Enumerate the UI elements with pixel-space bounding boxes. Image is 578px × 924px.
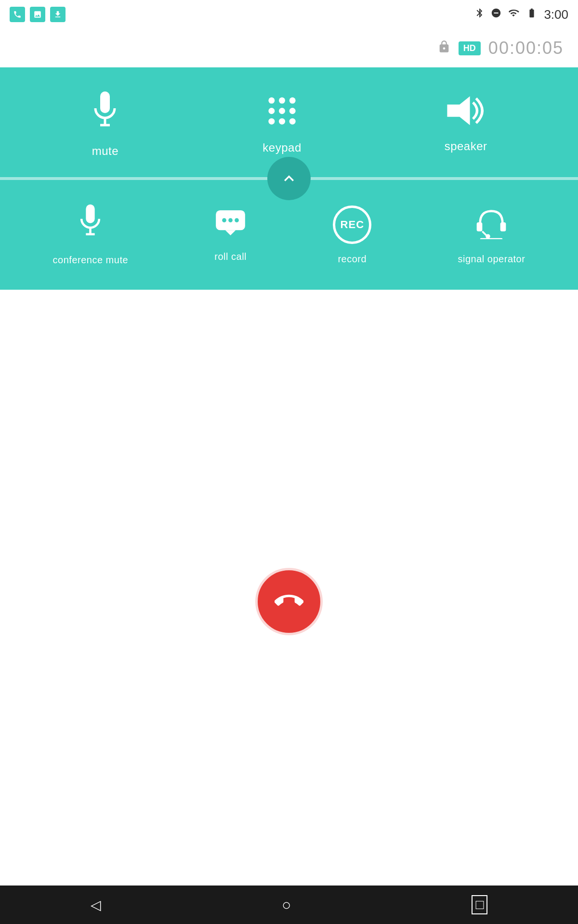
- battery-icon: [525, 8, 538, 21]
- nav-bar: ◁ ○ □: [0, 886, 578, 924]
- svg-rect-21: [477, 222, 483, 231]
- svg-rect-13: [86, 205, 95, 223]
- end-call-icon: [275, 587, 303, 616]
- divider-row: [0, 177, 578, 180]
- svg-point-9: [268, 118, 275, 124]
- hd-badge: HD: [459, 41, 481, 55]
- phone-app-icon: [10, 7, 25, 22]
- mute-label: mute: [92, 144, 118, 158]
- svg-marker-20: [225, 230, 236, 235]
- gallery-app-icon: [30, 7, 45, 22]
- call-timer: 00:00:05: [488, 38, 564, 58]
- conference-mute-label: conference mute: [53, 255, 128, 266]
- svg-point-19: [235, 218, 239, 222]
- chevron-up-button[interactable]: [267, 157, 311, 200]
- status-bar-right: 3:00: [474, 7, 568, 22]
- keypad-button[interactable]: keypad: [263, 95, 301, 154]
- status-bar: 3:00: [0, 0, 578, 29]
- svg-point-10: [279, 118, 285, 124]
- roll-call-icon: [215, 208, 246, 242]
- signal-operator-button[interactable]: signal operator: [458, 205, 525, 265]
- download-app-icon: [50, 7, 66, 22]
- wifi-icon: [507, 8, 520, 21]
- record-label: record: [338, 254, 367, 265]
- status-time: 3:00: [544, 7, 568, 22]
- conference-mute-button[interactable]: conference mute: [53, 204, 128, 266]
- mute-icon: [91, 91, 119, 135]
- nav-home-button[interactable]: ○: [282, 896, 291, 914]
- rec-text: REC: [341, 219, 364, 230]
- svg-rect-22: [500, 222, 506, 231]
- speaker-label: speaker: [445, 140, 487, 153]
- svg-point-4: [279, 97, 285, 103]
- bluetooth-icon: [474, 8, 485, 21]
- svg-point-17: [222, 218, 226, 222]
- hd-timer-row: HD 00:00:05: [0, 29, 578, 67]
- signal-operator-label: signal operator: [458, 254, 525, 265]
- roll-call-button[interactable]: roll call: [214, 208, 247, 262]
- record-button[interactable]: REC record: [333, 205, 371, 265]
- minus-icon: [491, 8, 501, 21]
- white-area: [0, 318, 578, 886]
- speaker-button[interactable]: speaker: [445, 96, 487, 153]
- svg-point-18: [228, 218, 233, 222]
- svg-rect-25: [480, 238, 503, 239]
- svg-point-6: [268, 108, 275, 114]
- lock-icon: [437, 40, 451, 57]
- status-bar-left: [10, 7, 66, 22]
- svg-rect-0: [100, 91, 110, 113]
- conference-mute-icon: [77, 204, 104, 245]
- svg-point-5: [289, 97, 296, 103]
- roll-call-label: roll call: [214, 251, 247, 262]
- end-call-button[interactable]: [258, 570, 320, 633]
- keypad-label: keypad: [263, 141, 301, 154]
- speaker-icon: [447, 96, 485, 130]
- teal-panel: mute keypad: [0, 67, 578, 290]
- keypad-icon: [266, 95, 298, 131]
- mute-button[interactable]: mute: [91, 91, 119, 158]
- rec-circle: REC: [333, 205, 371, 244]
- svg-point-7: [279, 108, 285, 114]
- nav-recents-button[interactable]: □: [472, 895, 487, 914]
- svg-point-11: [289, 118, 296, 124]
- svg-point-8: [289, 108, 296, 114]
- record-icon: REC: [333, 205, 371, 244]
- svg-marker-12: [447, 96, 470, 125]
- signal-operator-icon: [474, 205, 508, 244]
- nav-back-button[interactable]: ◁: [91, 897, 101, 913]
- svg-point-24: [486, 234, 490, 238]
- svg-point-3: [268, 97, 275, 103]
